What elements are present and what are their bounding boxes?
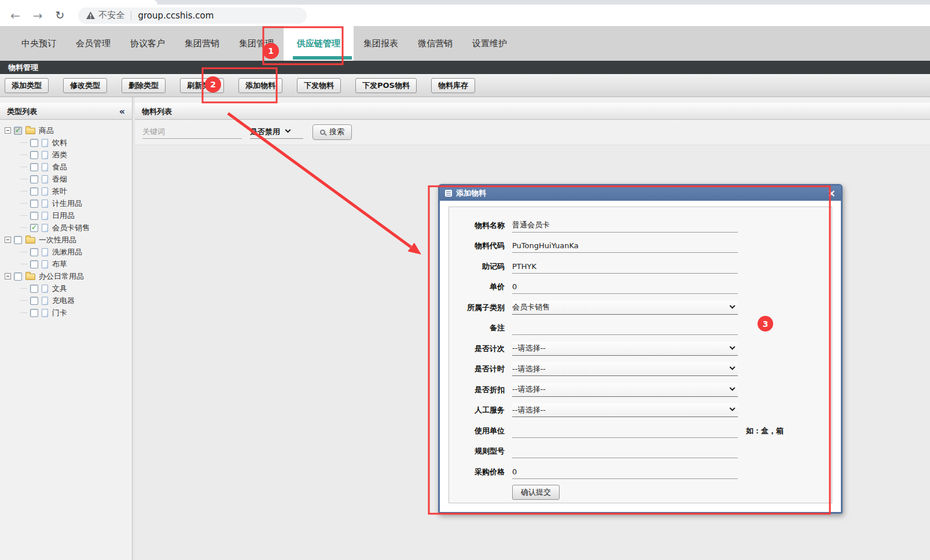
browser-reload-icon[interactable]: ↻ [56,10,65,21]
tree-checkbox[interactable] [30,163,38,171]
form-row: 规则型号 [449,441,832,462]
field-input[interactable] [512,239,738,253]
address-divider [131,11,131,20]
tree-node[interactable]: 香烟 [0,173,132,185]
tree-connector [21,203,27,204]
tree-node[interactable]: 茶叶 [0,185,132,197]
field-input[interactable] [512,465,738,479]
keyword-input[interactable] [142,125,242,139]
toolbar-button[interactable]: 刷新类型 [180,78,224,93]
address-bar[interactable]: 不安全 group.ccshis.com [78,8,307,24]
toolbar-button[interactable]: 添加物料 [238,78,282,93]
field-label: 单价 [449,282,505,292]
field-container: 会员卡销售 [512,301,738,315]
tree-node[interactable]: 一次性用品 [0,234,132,246]
form-row: 物料名称 [449,215,832,236]
tree-checkbox[interactable] [30,175,38,183]
nav-tab[interactable]: 供应链管理 [284,26,354,61]
tree-collapse-icon[interactable] [5,237,11,243]
field-container: --请选择-- [512,403,738,417]
tree-node[interactable]: 酒类 [0,149,132,161]
tree-connector [21,300,27,301]
field-select[interactable]: 会员卡销售 [512,301,738,315]
toolbar-button[interactable]: 下发物料 [297,78,341,93]
sidebar-panel: 类型列表 « 商品饮料酒类食品香烟茶叶计生用品日用品会员卡销售一次性用品洗漱用品… [0,97,132,560]
field-select[interactable]: --请选择-- [512,403,738,417]
tree-collapse-icon[interactable] [5,273,11,279]
tree-checkbox[interactable] [30,285,38,293]
close-icon[interactable]: × [828,189,836,198]
url-text[interactable]: group.ccshis.com [138,10,214,21]
field-container [512,239,738,253]
tree-connector [21,264,27,264]
tree-checkbox[interactable] [30,200,38,208]
nav-tab[interactable]: 集团营销 [175,26,229,61]
nav-tab[interactable]: 集团报表 [354,26,408,61]
tree-node[interactable]: 饮料 [0,137,132,149]
tree-checkbox[interactable] [30,297,38,305]
field-select[interactable]: --请选择-- [512,362,738,376]
field-input[interactable] [512,321,738,335]
tree-node[interactable]: 日用品 [0,209,132,222]
tree-checkbox[interactable] [30,212,38,220]
field-input[interactable] [512,424,738,438]
tree-node[interactable]: 门卡 [0,307,132,319]
nav-tab[interactable]: 会员管理 [66,26,120,61]
toolbar-button[interactable]: 下发POS物料 [355,78,417,93]
form-row: 助记码 [449,256,832,277]
toolbar-button[interactable]: 删除类型 [122,78,166,93]
tree-checkbox[interactable] [30,248,38,256]
tree-node[interactable]: 办公日常用品 [0,270,132,282]
tree-node[interactable]: 食品 [0,161,132,173]
nav-tab[interactable]: 设置维护 [462,26,517,61]
confirm-submit-button[interactable]: 确认提交 [512,485,560,500]
field-input[interactable] [512,260,738,274]
field-input[interactable] [512,280,738,294]
tree-node[interactable]: 会员卡销售 [0,222,132,234]
dialog-header[interactable]: 添加物料 × [440,186,841,201]
toolbar-button[interactable]: 修改类型 [63,78,107,93]
file-icon [42,212,48,220]
tree-connector [21,191,27,191]
field-select[interactable]: --请选择-- [512,383,738,397]
tree-checkbox[interactable] [14,236,22,244]
toolbar-button[interactable]: 物料库存 [431,78,475,93]
nav-tab[interactable]: 中央预订 [12,26,66,61]
tree-node[interactable]: 商品 [0,124,132,137]
folder-icon [25,128,35,134]
field-input[interactable] [512,219,738,233]
tree-checkbox[interactable] [14,127,22,135]
disabled-filter-select[interactable]: 是否禁用 [250,125,303,139]
chevron-down-icon [730,385,736,390]
tree-checkbox[interactable] [30,139,38,147]
security-warning-icon[interactable] [86,12,95,19]
tree-checkbox[interactable] [30,309,38,317]
tree-checkbox[interactable] [30,151,38,159]
tree-node[interactable]: 洗漱用品 [0,246,132,258]
field-label: 物料代码 [449,241,505,251]
tree-node[interactable]: 文具 [0,282,132,294]
tree-collapse-icon[interactable] [5,127,11,134]
file-icon [42,139,48,147]
browser-back-icon[interactable]: ← [10,10,20,21]
tree-node[interactable]: 计生用品 [0,197,132,209]
nav-tab[interactable]: 微信营销 [408,26,462,61]
search-button[interactable]: 搜索 [313,124,352,140]
tree-checkbox[interactable] [30,187,38,196]
security-warning-label[interactable]: 不安全 [98,10,124,21]
field-select[interactable]: --请选择-- [512,342,738,356]
field-input[interactable] [512,444,738,458]
nav-tab[interactable]: 集团管理 [229,26,284,61]
field-label: 规则型号 [449,446,505,456]
tree-node[interactable]: 布草 [0,258,132,270]
tree-checkbox[interactable] [30,260,38,268]
tree-node[interactable]: 充电器 [0,294,132,307]
toolbar-button[interactable]: 添加类型 [5,78,49,93]
form-row: 单价 [449,277,832,298]
collapse-panel-icon[interactable]: « [119,106,125,117]
browser-forward-icon[interactable]: → [33,10,43,21]
toolbar: 添加类型修改类型删除类型刷新类型添加物料下发物料下发POS物料物料库存 [0,74,930,97]
nav-tab[interactable]: 协议客户 [120,26,175,61]
tree-checkbox[interactable] [30,224,38,232]
tree-checkbox[interactable] [14,272,22,281]
